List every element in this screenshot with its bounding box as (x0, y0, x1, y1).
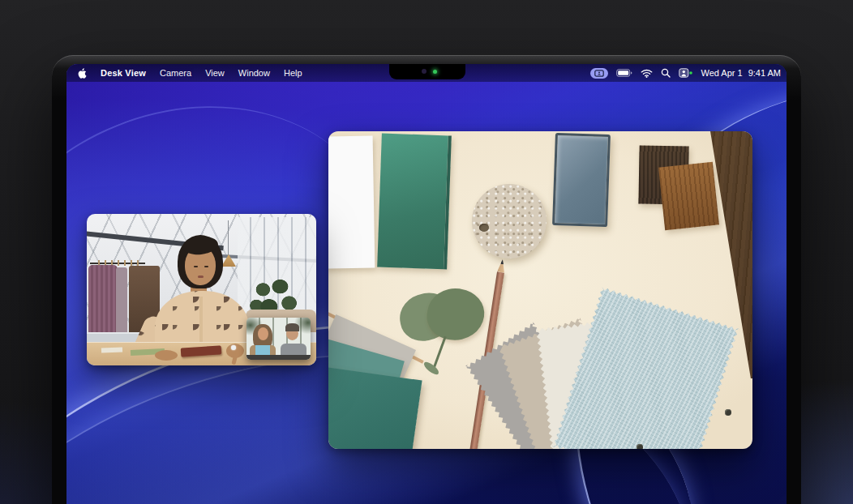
menu-clock[interactable]: Wed Apr 1 9:41 AM (701, 68, 781, 78)
user-switch-icon[interactable] (679, 68, 692, 78)
photo-backdrop: Desk View Camera View Window Help (0, 0, 853, 504)
menu-time: 9:41 AM (748, 68, 781, 78)
camera-lens (422, 69, 426, 74)
presenter-eye (194, 266, 198, 267)
blue-gray-glazed-tile (552, 133, 611, 227)
camera-active-dot (690, 71, 693, 75)
silver-ring (231, 345, 236, 350)
display-share-icon (594, 70, 604, 77)
felt-disc-hole (479, 224, 489, 232)
desk-white-card (101, 348, 122, 353)
macbook-display: Desk View Camera View Window Help (52, 55, 801, 504)
apple-menu[interactable] (76, 67, 87, 79)
pip-woman-face (258, 327, 268, 340)
presenter-eye (204, 266, 208, 267)
apple-logo-icon (76, 67, 87, 79)
blue-fabric-swatch (553, 287, 739, 449)
battery-icon[interactable] (616, 69, 632, 77)
menu-date: Wed Apr 1 (701, 68, 742, 78)
white-sample-card (328, 135, 375, 268)
eucalyptus-stem (433, 336, 446, 368)
hanging-garment (116, 267, 127, 342)
brown-wood-sample (658, 162, 719, 231)
pip-table-edge (246, 355, 311, 360)
eucalyptus-small-leaf (422, 360, 441, 377)
green-tile (377, 134, 452, 270)
display-notch (389, 64, 465, 79)
participants-pip-thumbnail[interactable] (246, 318, 311, 360)
menu-app-name[interactable]: Desk View (101, 68, 146, 78)
spotlight-search-icon[interactable] (661, 68, 671, 78)
menu-view[interactable]: View (205, 68, 225, 78)
menu-camera[interactable]: Camera (160, 68, 191, 78)
pip-man-hair (285, 323, 299, 331)
deep-teal-tile (328, 366, 422, 449)
desk-view-indicator-icon[interactable] (590, 68, 608, 79)
desk-view-window[interactable] (328, 131, 752, 449)
fabric-grommet (725, 409, 731, 416)
presenter-lips (198, 275, 204, 278)
fabric-grommet (637, 444, 643, 449)
menu-help[interactable]: Help (284, 68, 302, 78)
felt-disc (472, 184, 547, 258)
presenter-left-hand (155, 350, 178, 361)
video-call-window[interactable] (87, 214, 316, 365)
menu-window[interactable]: Window (238, 68, 270, 78)
pendant-cord (228, 220, 229, 255)
wifi-icon[interactable] (641, 69, 653, 78)
camera-led-green (433, 70, 437, 74)
screen: Desk View Camera View Window Help (66, 64, 787, 504)
